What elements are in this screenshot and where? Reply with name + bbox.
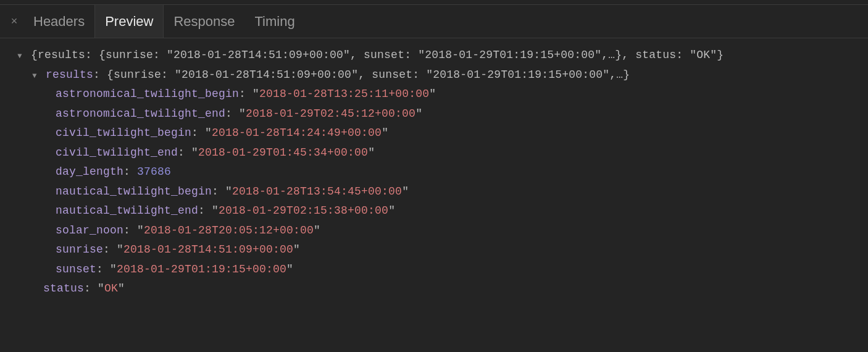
property-row[interactable]: sunrise: "2018-01-28T14:51:09+00:00" xyxy=(5,240,863,260)
property-row[interactable]: nautical_twilight_begin: "2018-01-28T13:… xyxy=(5,182,863,202)
property-value: OK xyxy=(104,282,118,295)
property-row[interactable]: day_length: 37686 xyxy=(5,162,863,182)
property-row[interactable]: civil_twilight_begin: "2018-01-28T14:24:… xyxy=(5,124,863,143)
property-key: civil_twilight_begin xyxy=(56,127,191,139)
property-key: astronomical_twilight_begin xyxy=(56,88,239,100)
tree-root[interactable]: ▼ {results: {sunrise: "2018-01-28T14:51:… xyxy=(5,46,863,65)
property-row[interactable]: nautical_twilight_end: "2018-01-29T02:15… xyxy=(5,201,863,221)
property-row[interactable]: solar_noon: "2018-01-28T20:05:12+00:00" xyxy=(5,221,863,241)
property-key: day_length xyxy=(56,166,123,178)
root-summary: {results: {sunrise: "2018-01-28T14:51:09… xyxy=(31,49,724,61)
colon: : xyxy=(93,69,107,81)
property-value: 2018-01-28T13:25:11+00:00 xyxy=(259,88,429,100)
property-key: nautical_twilight_end xyxy=(56,204,198,217)
property-key: nautical_twilight_begin xyxy=(56,185,212,198)
property-value: 2018-01-28T14:24:49+00:00 xyxy=(212,127,382,139)
property-value: 2018-01-28T13:54:45+00:00 xyxy=(232,185,402,198)
property-row[interactable]: civil_twilight_end: "2018-01-29T01:45:34… xyxy=(5,143,863,163)
tab-preview[interactable]: Preview xyxy=(94,5,164,38)
property-value: 37686 xyxy=(137,166,171,178)
property-key: results xyxy=(46,69,93,81)
property-row[interactable]: astronomical_twilight_begin: "2018-01-28… xyxy=(5,85,863,104)
tab-timing[interactable]: Timing xyxy=(244,5,304,38)
expand-arrow-icon[interactable]: ▼ xyxy=(15,50,24,63)
json-preview: ▼ {results: {sunrise: "2018-01-28T14:51:… xyxy=(0,38,868,306)
property-value: 2018-01-28T14:51:09+00:00 xyxy=(123,243,293,256)
property-key: status xyxy=(43,282,84,295)
property-key: sunrise xyxy=(56,243,103,256)
property-key: civil_twilight_end xyxy=(56,146,178,159)
expand-arrow-icon[interactable]: ▼ xyxy=(30,70,39,83)
property-value: 2018-01-29T02:45:12+00:00 xyxy=(246,107,415,120)
property-key: solar_noon xyxy=(56,224,123,237)
property-row[interactable]: status: "OK" xyxy=(5,279,863,299)
property-value: 2018-01-29T01:19:15+00:00 xyxy=(117,263,286,275)
property-value: 2018-01-29T02:15:38+00:00 xyxy=(219,204,388,217)
tab-headers[interactable]: Headers xyxy=(23,5,94,38)
results-summary: {sunrise: "2018-01-28T14:51:09+00:00", s… xyxy=(107,69,630,81)
tab-response[interactable]: Response xyxy=(164,5,244,38)
property-key: astronomical_twilight_end xyxy=(56,107,225,120)
top-divider xyxy=(0,0,868,5)
property-value: 2018-01-29T01:45:34+00:00 xyxy=(198,146,368,159)
tabstrip: × Headers Preview Response Timing xyxy=(0,5,868,38)
property-row[interactable]: sunset: "2018-01-29T01:19:15+00:00" xyxy=(5,260,863,280)
property-row[interactable]: astronomical_twilight_end: "2018-01-29T0… xyxy=(5,104,863,124)
property-key: sunset xyxy=(56,263,96,275)
tree-node-results[interactable]: ▼ results: {sunrise: "2018-01-28T14:51:0… xyxy=(5,65,863,85)
close-icon[interactable]: × xyxy=(5,15,23,28)
property-value: 2018-01-28T20:05:12+00:00 xyxy=(144,224,314,237)
